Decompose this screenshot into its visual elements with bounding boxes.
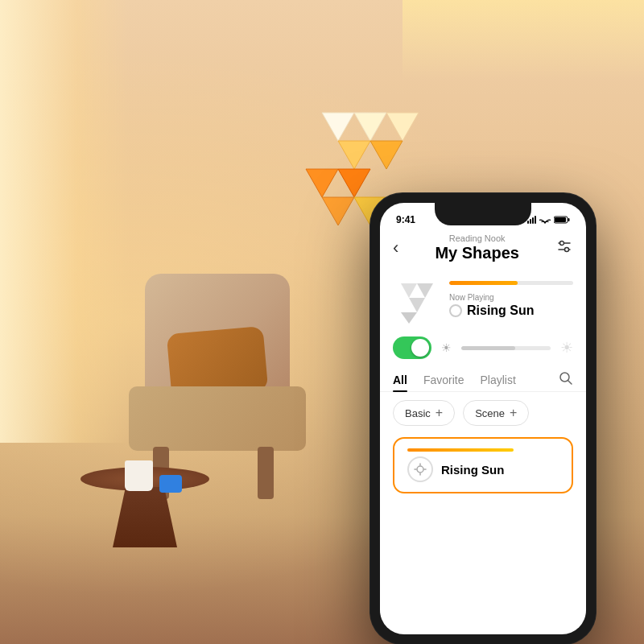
search-button[interactable] (559, 371, 573, 389)
toggle-knob (411, 339, 429, 357)
scene-name: Rising Sun (441, 463, 504, 477)
bottom-space (380, 497, 586, 513)
svg-marker-3 (338, 141, 370, 169)
mug (125, 460, 153, 491)
power-toggle[interactable] (393, 336, 431, 359)
svg-marker-6 (338, 169, 370, 197)
phone-screen: 9:41 (380, 203, 586, 634)
progress-right: Now Playing Rising Sun (449, 281, 573, 318)
category-row: Basic + Scene + (380, 392, 586, 434)
sliders-icon (555, 237, 573, 255)
svg-marker-0 (322, 113, 354, 141)
svg-point-16 (560, 241, 564, 245)
phone-body: 9:41 (370, 193, 596, 644)
svg-marker-1 (354, 113, 386, 141)
svg-point-11 (544, 222, 546, 224)
brightness-slider[interactable] (461, 346, 551, 350)
svg-marker-2 (386, 113, 419, 141)
svg-point-18 (565, 247, 569, 251)
wifi-icon (539, 216, 551, 224)
nanoleaf-controller (159, 475, 182, 493)
brightness-high-icon: ☀ (560, 339, 573, 357)
svg-marker-7 (322, 197, 354, 225)
controls-row: ☀ ☀ (380, 330, 586, 365)
window-light (0, 0, 129, 443)
tab-favorite[interactable]: Favorite (423, 369, 464, 391)
settings-button[interactable] (555, 237, 573, 259)
ceiling-light (402, 0, 644, 80)
page-title: My Shapes (435, 243, 518, 262)
scene-sun-icon (407, 456, 433, 482)
tab-playlist[interactable]: Playlist (480, 369, 515, 391)
battery-icon (554, 216, 570, 224)
svg-marker-19 (401, 283, 417, 298)
scene-content: Rising Sun (407, 448, 559, 482)
tabs-row: All Favorite Playlist (380, 365, 586, 392)
basic-plus-icon: + (436, 406, 443, 420)
phone-notch (435, 203, 531, 225)
now-playing-section: Now Playing Rising Sun (380, 269, 586, 330)
chair-leg-right (258, 447, 274, 499)
status-time: 9:41 (396, 214, 415, 225)
svg-marker-20 (417, 283, 433, 298)
tab-all[interactable]: All (393, 369, 407, 391)
svg-rect-13 (568, 218, 570, 221)
scene-progress-fill (449, 281, 518, 285)
svg-marker-4 (370, 141, 402, 169)
brightness-low-icon: ☀ (441, 341, 452, 354)
nav-title-area: Reading Nook My Shapes (435, 233, 518, 262)
scene-item-rising-sun[interactable]: Rising Sun (393, 437, 573, 493)
svg-marker-5 (306, 169, 338, 197)
sun-circle-icon (449, 304, 462, 317)
scene-item-progress (407, 448, 514, 452)
scene-progress-track (449, 281, 573, 285)
basic-category-button[interactable]: Basic + (393, 400, 455, 426)
scene-plus-icon: + (510, 406, 517, 420)
status-icons (527, 216, 570, 224)
svg-marker-21 (409, 298, 425, 312)
nav-subtitle: Reading Nook (435, 233, 518, 243)
now-playing-name: Rising Sun (449, 303, 573, 318)
svg-rect-14 (555, 217, 566, 222)
table-legs (113, 487, 177, 547)
svg-marker-22 (401, 312, 417, 324)
svg-point-25 (417, 466, 423, 473)
scene-category-button[interactable]: Scene + (463, 400, 529, 426)
now-playing-label: Now Playing (449, 293, 573, 302)
svg-line-24 (568, 381, 572, 385)
search-icon (559, 371, 573, 386)
panel-preview (393, 275, 441, 324)
back-button[interactable]: ‹ (393, 237, 398, 258)
chair-seat (129, 386, 306, 451)
phone: 9:41 (370, 193, 596, 644)
nav-header: ‹ Reading Nook My Shapes (380, 230, 586, 269)
brightness-fill (461, 346, 515, 350)
